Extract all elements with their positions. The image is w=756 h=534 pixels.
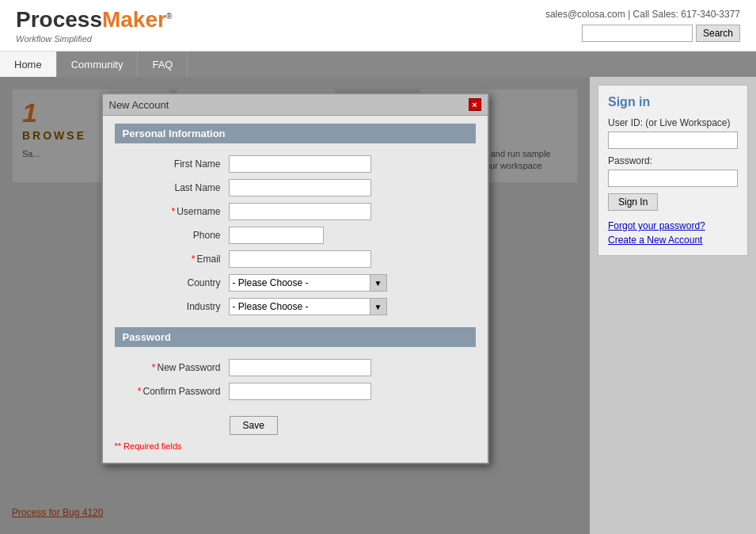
country-select[interactable]: - Please Choose - [229,274,387,292]
header: ProcessMaker® Workflow Simplified sales@… [0,0,756,51]
country-row: Country - Please Choose - ▼ [116,272,474,294]
email-label: *Email [116,248,227,270]
header-right: sales@colosa.com | Call Sales: 617-340-3… [545,9,740,42]
username-input[interactable] [229,203,371,220]
content-area: 1 BROWSE Sa... 2 DOWNLOAD 3 IMPORT Explo… [0,77,590,534]
email-row: *Email [116,248,474,270]
personal-info-heading: Personal Information [115,124,476,143]
first-name-label: First Name [116,153,227,175]
nav-tab-faq[interactable]: FAQ [138,51,188,77]
confirm-password-input[interactable] [229,383,371,400]
industry-select[interactable]: - Please Choose - [229,298,387,315]
logo: ProcessMaker® [16,7,172,32]
username-label: *Username [116,200,227,223]
save-button[interactable]: Save [230,416,278,435]
modal-title: New Account [109,99,169,111]
confirm-password-label: *Confirm Password [116,380,227,402]
phone-row: Phone [116,224,474,246]
industry-row: Industry - Please Choose - ▼ [116,296,474,318]
personal-info-form: First Name Last Name [115,151,476,319]
signin-button[interactable]: Sign In [608,193,658,211]
logo-area: ProcessMaker® Workflow Simplified [16,7,172,44]
logo-tagline: Workflow Simplified [16,34,172,44]
modal-dialog: New Account × Personal Information First… [101,93,489,464]
password-heading: Password [115,327,476,347]
signin-title: Sign in [608,95,738,109]
country-label: Country [116,272,227,294]
search-button[interactable]: Search [696,25,740,42]
userid-input[interactable] [608,132,738,149]
phone-label: Phone [116,224,227,246]
create-account-link[interactable]: Create a New Account [608,235,738,246]
first-name-row: First Name [116,153,474,175]
password-form: *New Password *Confirm Password [115,355,476,404]
last-name-label: Last Name [116,177,227,199]
new-password-label: *New Password [116,357,227,379]
username-row: *Username [116,200,474,223]
signin-box: Sign in User ID: (or Live Workspace) Pas… [598,85,748,256]
required-note: ** Required fields [115,441,476,451]
nav-tab-home[interactable]: Home [0,51,57,77]
new-password-input[interactable] [229,359,371,376]
industry-select-wrapper: - Please Choose - ▼ [229,298,387,315]
forgot-password-link[interactable]: Forgot your password? [608,220,738,231]
country-select-wrapper: - Please Choose - ▼ [229,274,387,292]
search-area: Search [582,25,740,42]
last-name-row: Last Name [116,177,474,199]
modal-close-button[interactable]: × [469,98,481,111]
confirm-password-required-marker: * [138,386,142,397]
industry-label: Industry [116,296,227,318]
confirm-password-row: *Confirm Password [116,380,474,402]
main: 1 BROWSE Sa... 2 DOWNLOAD 3 IMPORT Explo… [0,77,756,534]
first-name-input[interactable] [229,155,371,173]
username-required-marker: * [171,206,175,217]
navigation: Home Community FAQ [0,51,756,77]
modal-overlay: New Account × Personal Information First… [0,77,590,534]
new-password-row: *New Password [116,357,474,379]
modal-titlebar: New Account × [103,94,488,116]
modal-body: Personal Information First Name Last Nam… [103,116,488,463]
new-password-required-marker: * [152,362,156,373]
email-input[interactable] [229,250,371,268]
signin-password-input[interactable] [608,170,738,187]
search-input[interactable] [582,25,693,42]
sidebar: Sign in User ID: (or Live Workspace) Pas… [590,77,756,534]
password-label: Password: [608,155,738,166]
userid-label: User ID: (or Live Workspace) [608,117,738,128]
contact-info: sales@colosa.com | Call Sales: 617-340-3… [545,9,740,20]
email-required-marker: * [192,254,196,265]
nav-tab-community[interactable]: Community [57,51,139,77]
last-name-input[interactable] [229,179,371,196]
phone-input[interactable] [229,227,324,244]
